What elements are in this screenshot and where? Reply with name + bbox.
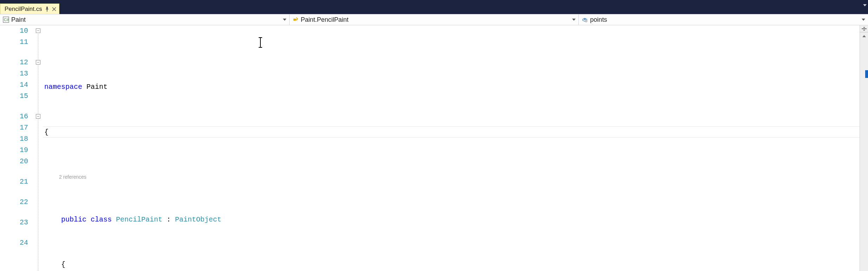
scroll-up-arrow-icon[interactable] <box>860 32 868 40</box>
navigation-bar: C# Paint Paint.PencilPaint points <box>0 14 868 25</box>
line-number: 19 <box>0 145 28 156</box>
line-number: 23 <box>0 217 28 228</box>
change-marker <box>865 70 868 78</box>
chevron-down-icon <box>283 19 286 21</box>
line-number: 13 <box>0 68 28 79</box>
tab-pencilpaint[interactable]: PencilPaint.cs <box>0 4 59 14</box>
svg-text:C#: C# <box>4 18 9 22</box>
tab-bar: PencilPaint.cs <box>0 2 868 14</box>
code-line-current[interactable]: { <box>43 126 860 138</box>
code-line[interactable]: { <box>43 259 860 270</box>
split-editor-button[interactable] <box>860 25 868 32</box>
code-line[interactable]: public class PencilPaint : PaintObject <box>43 214 860 225</box>
line-number: 10 <box>0 25 28 37</box>
line-number: 18 <box>0 133 28 145</box>
line-number: 16 <box>0 111 28 122</box>
field-icon <box>582 16 588 23</box>
line-number: 12 <box>0 57 28 68</box>
punctuation: : <box>162 216 175 224</box>
keyword: namespace <box>44 83 82 91</box>
keyword: class <box>86 216 112 224</box>
type: PencilPaint <box>112 216 162 224</box>
identifier: Paint <box>82 83 108 91</box>
tab-overflow-caret-icon[interactable] <box>863 4 867 7</box>
outlining-margin[interactable]: − − − <box>35 25 43 271</box>
class-icon <box>292 16 299 23</box>
nav-member-dropdown[interactable]: points <box>579 14 868 25</box>
editor-main[interactable]: 10 11 12 13 14 15 16 17 18 19 20 21 22 2… <box>0 25 860 271</box>
nav-scope-dropdown[interactable]: C# Paint <box>0 14 290 25</box>
line-number: 11 <box>0 37 28 48</box>
codelens-references[interactable]: 2 references <box>43 171 860 180</box>
tab-title: PencilPaint.cs <box>5 6 42 13</box>
text-cursor <box>260 38 261 47</box>
line-number-gutter: 10 11 12 13 14 15 16 17 18 19 20 21 22 2… <box>0 25 35 271</box>
close-icon[interactable] <box>52 7 56 11</box>
chevron-down-icon <box>572 19 576 21</box>
nav-type-dropdown[interactable]: Paint.PencilPaint <box>290 14 579 25</box>
line-number: 22 <box>0 197 28 208</box>
nav-member-text: points <box>590 16 607 24</box>
nav-scope-text: Paint <box>11 16 26 24</box>
line-number: 20 <box>0 156 28 167</box>
brace: { <box>44 128 48 136</box>
line-number: 17 <box>0 122 28 133</box>
fold-toggle[interactable]: − <box>36 60 40 65</box>
fold-toggle[interactable]: − <box>36 28 40 33</box>
line-number: 21 <box>0 176 28 187</box>
type: PaintObject <box>175 216 221 224</box>
chevron-down-icon <box>862 19 865 21</box>
line-number: 24 <box>0 237 28 249</box>
code-line[interactable]: namespace Paint <box>43 81 860 93</box>
fold-toggle[interactable]: − <box>36 114 40 119</box>
csharp-project-icon: C# <box>3 16 9 23</box>
svg-rect-3 <box>586 21 587 21</box>
nav-type-text: Paint.PencilPaint <box>301 16 349 24</box>
editor: 10 11 12 13 14 15 16 17 18 19 20 21 22 2… <box>0 25 868 271</box>
brace: { <box>61 260 65 269</box>
line-number: 15 <box>0 91 28 102</box>
keyword: public <box>61 216 86 224</box>
vertical-scrollbar[interactable] <box>860 25 868 271</box>
code-text-area[interactable]: namespace Paint { 2 references public cl… <box>43 25 860 271</box>
pin-icon[interactable] <box>45 7 49 12</box>
line-number: 14 <box>0 79 28 91</box>
